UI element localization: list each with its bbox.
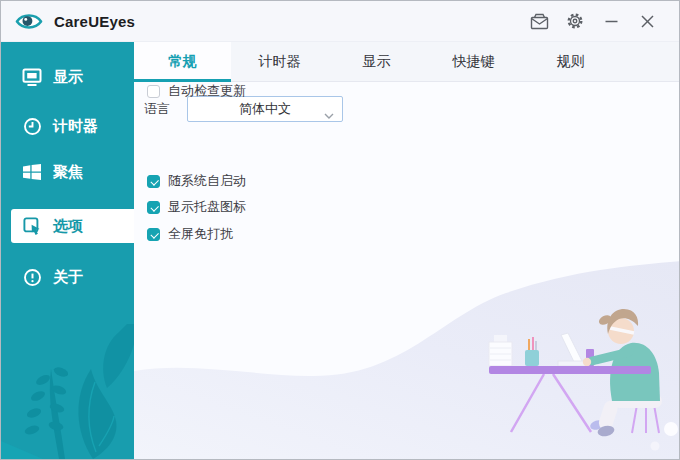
- checkbox-box[interactable]: [147, 85, 160, 98]
- options-icon: [22, 216, 42, 236]
- checkbox-fullscreen-dnd[interactable]: 全屏免打扰: [147, 225, 233, 243]
- checkbox-label: 显示托盘图标: [168, 198, 246, 216]
- close-icon[interactable]: [629, 7, 665, 35]
- sidebar: 显示 计时器: [1, 42, 134, 459]
- checkbox-box[interactable]: [147, 228, 160, 241]
- sidebar-item-options[interactable]: 选项: [11, 209, 134, 243]
- chevron-down-icon: [324, 107, 334, 122]
- window-controls: [521, 7, 665, 35]
- timer-icon: [22, 116, 42, 136]
- sidebar-item-focus[interactable]: 聚焦: [1, 155, 134, 189]
- display-icon: [22, 67, 42, 87]
- tab-rules[interactable]: 规则: [522, 42, 619, 81]
- checkbox-label: 自动检查更新: [168, 82, 246, 100]
- checkbox-label: 随系统自启动: [168, 172, 246, 190]
- tab-timer[interactable]: 计时器: [231, 42, 328, 81]
- sidebar-item-about[interactable]: 关于: [1, 260, 134, 294]
- sidebar-item-display[interactable]: 显示: [1, 60, 134, 94]
- checkbox-auto-start[interactable]: 随系统自启动: [147, 172, 246, 190]
- language-label: 语言: [144, 100, 170, 118]
- checkbox-box[interactable]: [147, 175, 160, 188]
- checkbox-box[interactable]: [147, 201, 160, 214]
- checkbox-tray-icon[interactable]: 显示托盘图标: [147, 198, 246, 216]
- minimize-icon[interactable]: [593, 7, 629, 35]
- focus-icon: [22, 162, 42, 182]
- checkbox-auto-update[interactable]: 自动检查更新: [147, 82, 246, 100]
- tab-display[interactable]: 显示: [328, 42, 425, 81]
- settings-icon[interactable]: [557, 7, 593, 35]
- careueyes-eye-logo-icon: [15, 10, 45, 32]
- app-title: CareUEyes: [54, 13, 135, 30]
- careueyes-window: CareUEyes: [0, 0, 680, 460]
- sidebar-item-label: 计时器: [53, 117, 98, 136]
- sidebar-item-label: 聚焦: [53, 163, 83, 182]
- titlebar: CareUEyes: [1, 1, 679, 42]
- language-value: 简体中文: [239, 100, 291, 118]
- sidebar-item-label: 关于: [53, 268, 83, 287]
- main-content: 常规 计时器 显示 快捷键 规则: [134, 42, 679, 459]
- leaf-decoration: [1, 324, 134, 459]
- tab-hotkeys[interactable]: 快捷键: [425, 42, 522, 81]
- app-body: 显示 计时器: [1, 42, 679, 459]
- sidebar-item-label: 显示: [53, 68, 83, 87]
- checkbox-label: 全屏免打扰: [168, 225, 233, 243]
- mail-icon[interactable]: [521, 7, 557, 35]
- sidebar-item-timer[interactable]: 计时器: [1, 109, 134, 143]
- general-panel: 语言 简体中文 自动检查更新: [134, 82, 679, 459]
- tab-general[interactable]: 常规: [134, 42, 231, 81]
- settings-tabs: 常规 计时器 显示 快捷键 规则: [134, 42, 679, 82]
- sidebar-item-label: 选项: [53, 217, 83, 236]
- about-icon: [22, 267, 42, 287]
